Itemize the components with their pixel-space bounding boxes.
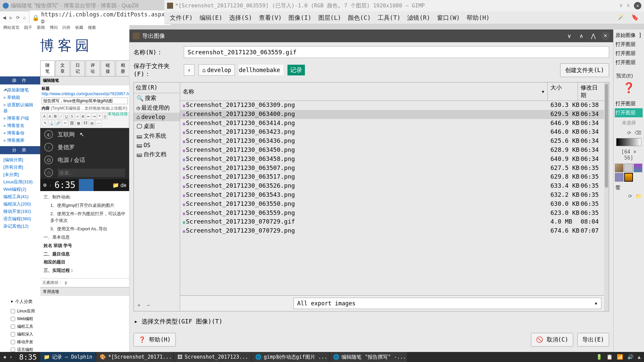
rte-table-icon[interactable]: ▤ [89,120,95,126]
menu-windows[interactable]: 窗口(W) [434,13,463,22]
category-checkbox[interactable]: Web编程 [11,315,76,323]
sort-icon[interactable]: ▾ [541,88,545,95]
close-icon[interactable]: × [634,2,641,9]
url-bar[interactable]: 🔒 https://i.cnblogs.com/EditPosts.aspx?p [29,10,171,25]
title-input[interactable] [42,98,128,104]
category-checkbox[interactable]: 语言编程 [11,346,76,352]
rte-outdent-icon[interactable]: ⇤ [86,113,91,119]
help-button[interactable]: ❓ 帮助(H) [133,333,176,347]
create-folder-button[interactable]: 创建文件夹(L) [560,63,609,77]
export-button[interactable]: 导出(E) [577,333,609,347]
menu-help[interactable]: 帮助(H) [464,13,492,22]
file-row[interactable]: ▣Screenshot_20171230_063517.png629.8 KB0… [180,173,604,182]
file-row[interactable]: ▣Screenshot_20171230_063458.png640.9 KB0… [180,155,604,164]
chevron-down-icon[interactable]: ∨ [565,32,574,40]
filetype-expander[interactable]: ▸ 选择文件类型(GIF 图像)(T) [133,315,609,327]
place-develop[interactable]: ⌂develop [134,113,180,121]
pattern-thumb[interactable] [624,164,633,172]
task-gimp3[interactable]: 🌐 gimp制作动态gif图片 ... [252,352,329,362]
menu-image[interactable]: 图像(I) [286,13,314,22]
dark-search[interactable] [58,169,125,177]
dialog-titlebar[interactable]: 导出图像 ∨ ∧ ⋀ × [129,29,613,42]
tab-link[interactable]: 链接 [101,60,115,76]
forward-icon[interactable]: ▶ [9,15,13,21]
link-cat-tools[interactable]: 编程工具(41) [3,193,37,200]
category-checkbox[interactable]: Linux应用 [11,307,76,315]
col-size[interactable]: 大小 [548,82,578,101]
menu-colors[interactable]: 颜色(C) [345,13,374,22]
menu-layers[interactable]: 图层(L) [316,13,344,22]
pattern-thumb[interactable] [624,173,633,182]
file-row[interactable]: ▣Screenshot_20171230_063526.png633.4 KB0… [180,182,604,191]
cancel-button[interactable]: 🚫 取消(C) [531,333,573,347]
file-row[interactable]: ▣Screenshot_20171230_063414.png646.9 KB0… [180,119,604,128]
link-move[interactable]: 博客搬家 [3,137,37,144]
link-cat-deep[interactable]: 编程深入(200) [3,200,37,208]
rte-ul-icon[interactable]: ≡ [75,113,80,119]
rte-font-icon[interactable]: A [42,113,47,119]
menu-select[interactable]: 选择(S) [226,13,255,22]
place-search[interactable]: 🔍搜索 [134,93,180,103]
rte-edit-icon[interactable]: ✎ [42,120,48,126]
pattern-thumb[interactable] [634,164,642,172]
kde-menu-icon[interactable]: ❖ › [0,352,16,362]
col-date[interactable]: 修改日期 [578,82,604,101]
col-name[interactable]: 名称 [183,88,194,96]
task-dolphin[interactable]: 📁 记录 — Dolphin [40,352,96,362]
dialog-close-icon[interactable]: × [601,32,610,40]
tab-album[interactable]: 相册 [116,60,129,76]
link-cat-mobile[interactable]: 移动开发(192) [3,208,37,215]
add-place-icon[interactable]: + [137,302,141,309]
path-chip-home[interactable]: ⌂develop [199,64,235,76]
rte-unlink-icon[interactable]: ✂ [62,120,68,126]
file-row[interactable]: ▣Screenshot_20171230_063400.png629.5 KB0… [180,110,604,119]
task-browser[interactable]: 🌐 编辑随笔 "报告撰写" -... [330,352,407,362]
remove-place-icon[interactable]: − [147,302,151,309]
rte-indent-icon[interactable]: ⇥ [92,113,97,119]
chevron-up-icon[interactable]: ∧ [577,32,586,40]
minimize-icon[interactable]: ∨ [620,2,623,9]
link-editor-default[interactable]: 设置默认编辑器 [3,101,37,115]
file-row[interactable]: ▣Screenshot_20171230_070729.png674.6 KB0… [180,227,604,236]
refresh-icon[interactable]: ⟳ [627,130,631,135]
link-all-cats[interactable]: [所有分类] [3,164,37,171]
post-body[interactable]: 三、制作动画: 1、使用gimp打开空白桌面的图片 2、使用文件--作为图层打开… [40,191,129,278]
rte-hr-icon[interactable]: — [96,120,102,126]
back-icon[interactable]: ◀ [3,15,6,21]
place-desktop[interactable]: 🖵桌面 [134,121,180,131]
place-docs[interactable]: 🖴自作文档 [134,149,180,159]
filetype-filter[interactable]: All export images▾ [293,298,601,309]
file-row[interactable]: ▣Screenshot_20171230_063423.png646.0 KB0… [180,128,604,137]
category-checkbox[interactable]: 编程深入 [11,330,76,338]
link-cat-misc[interactable]: 杂记其他(12) [3,223,37,230]
tab-article[interactable]: 文章 [55,60,70,76]
place-recent[interactable]: ◷最近使用的 [134,103,180,113]
category-checkbox[interactable]: 编程工具 [11,323,76,330]
layer-item[interactable]: 打开图层 [615,49,643,58]
file-row[interactable]: ▣Screenshot_20171230_063507.png627.5 KB0… [180,164,604,173]
task-gimp2[interactable]: 🖼 Screenshot_2017123... [174,352,251,362]
rte-anchor-icon[interactable]: ⚓ [49,120,55,126]
rte-code-icon[interactable]: {} [103,113,108,119]
menu-file[interactable]: 文件(F) [167,13,196,22]
original-image-tab[interactable]: 原始图像 ] [615,31,643,40]
wifi-icon[interactable]: 📶 [617,354,623,360]
link-edit-cats[interactable]: [编辑分类] [3,156,37,164]
file-row[interactable]: ▣Screenshot_20171230_063309.png630.3 KB0… [180,101,604,110]
reload-icon[interactable]: ⟳ [628,193,632,199]
battery-icon[interactable]: 🔋 [596,354,602,360]
rte-media-icon[interactable]: ▦ [75,120,82,126]
path-back-button[interactable]: ‹ [184,64,195,76]
rte-ol-icon[interactable]: ≣ [81,113,86,119]
link-backup[interactable]: 博客备份 [3,129,37,137]
layer-item-active[interactable]: 打开图层 [615,108,643,117]
maximize-icon[interactable]: ∧ [627,2,630,9]
rte-image-icon[interactable]: 🖼 [69,120,75,126]
filename-input[interactable] [184,46,609,58]
link-new-post[interactable]: 添加新随笔 [3,86,37,94]
home-icon[interactable]: ⌂ [23,15,26,21]
rte-italic-icon[interactable]: I [59,113,64,119]
rte-quote-icon[interactable]: ❝ [97,113,102,119]
gradient-preview[interactable] [616,138,641,146]
pattern-thumb[interactable] [615,164,624,172]
